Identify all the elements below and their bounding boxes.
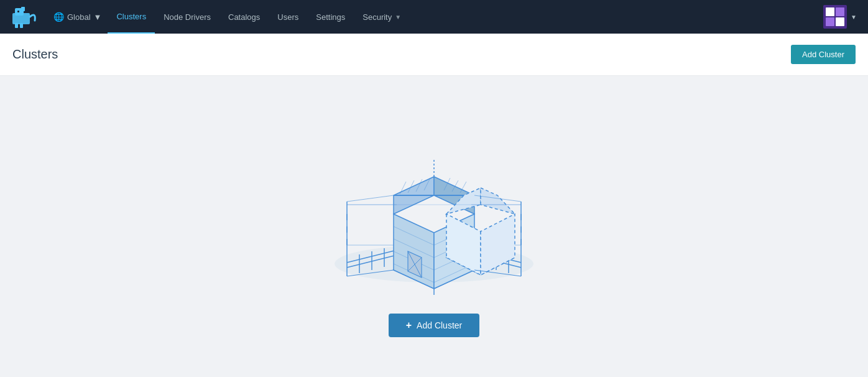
empty-state-illustration [297,121,571,295]
globe-icon: 🌐 [53,12,64,22]
security-chevron-icon: ▼ [395,14,401,21]
user-avatar[interactable] [823,5,847,29]
nav-catalogs[interactable]: Catalogs [219,0,269,34]
add-cluster-button-top[interactable]: Add Cluster [791,45,856,64]
avatar-cell-4 [836,17,844,26]
svg-marker-58 [481,188,515,214]
nav-settings[interactable]: Settings [307,0,354,34]
add-cluster-center-label: Add Cluster [417,320,462,330]
svg-rect-3 [17,11,19,12]
add-cluster-button-center[interactable]: + Add Cluster [389,314,480,337]
avatar-cell-3 [826,17,834,26]
nav-security[interactable]: Security ▼ [354,0,410,34]
nav-clusters[interactable]: Clusters [108,0,155,34]
main-content: + Add Cluster [0,76,868,377]
svg-rect-2 [21,7,25,11]
nav-node-drivers[interactable]: Node Drivers [155,0,219,34]
chevron-down-icon: ▼ [94,12,102,22]
nav-users[interactable]: Users [269,0,307,34]
app-logo [7,6,42,28]
avatar-cell-2 [836,7,844,16]
navbar: 🌐 Global ▼ Clusters Node Drivers Catalog… [0,0,868,34]
avatar-cell-1 [826,7,834,16]
page-header: Clusters Add Cluster [0,34,868,76]
svg-line-63 [347,195,394,202]
page-title: Clusters [12,47,58,62]
global-label: Global [67,12,91,22]
svg-rect-5 [20,23,23,28]
avatar-chevron-icon[interactable]: ▼ [847,14,861,21]
svg-rect-4 [15,23,18,28]
plus-icon: + [406,320,412,331]
global-selector[interactable]: 🌐 Global ▼ [47,0,108,34]
